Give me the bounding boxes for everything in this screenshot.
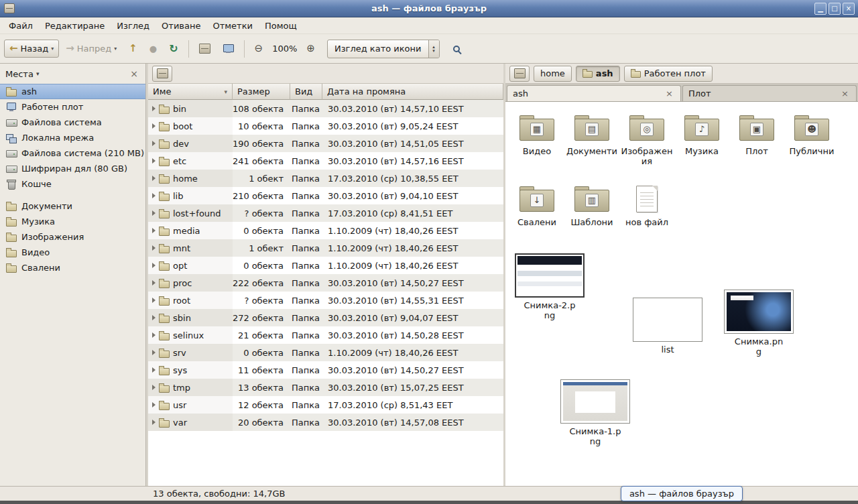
menu-item[interactable]: Файл (3, 19, 39, 33)
expander-icon[interactable] (152, 193, 156, 198)
table-row[interactable]: root ? обекта Папка 30.03.2010 (вт) 14,5… (148, 292, 503, 309)
expander-icon[interactable] (152, 367, 156, 373)
expander-icon[interactable] (152, 141, 156, 146)
table-row[interactable]: sbin 272 обекта Папка 30.03.2010 (вт) 9,… (148, 309, 503, 326)
table-row[interactable]: dev 190 обекта Папка 30.03.2010 (вт) 14,… (148, 135, 503, 152)
sidebar-item[interactable]: Файлова система (210 MB) (0, 145, 145, 161)
icon-grid-item[interactable]: ◎ Изображения (619, 113, 674, 166)
column-header-type[interactable]: Вид (290, 84, 322, 100)
menu-item[interactable]: Редактиране (39, 19, 111, 33)
expander-icon[interactable] (152, 158, 156, 164)
pane-location-button[interactable] (152, 66, 172, 82)
expander-icon[interactable] (152, 176, 156, 181)
expander-icon[interactable] (152, 350, 156, 355)
expander-icon[interactable] (152, 123, 156, 129)
menu-item[interactable]: Отиване (156, 19, 206, 33)
sidebar-item[interactable]: Работен плот (0, 99, 145, 115)
sidebar-caret-icon[interactable]: ▾ (36, 70, 40, 77)
table-row[interactable]: lib 210 обекта Папка 30.03.2010 (вт) 9,0… (148, 187, 503, 204)
menu-item[interactable]: Отметки (206, 19, 258, 33)
icon-grid-item[interactable]: ▤ Документи (564, 113, 619, 156)
maximize-button[interactable]: □ (829, 3, 841, 15)
expander-icon[interactable] (152, 315, 156, 320)
path-button[interactable]: ash (576, 66, 620, 82)
expander-icon[interactable] (152, 402, 156, 407)
loose-file-item[interactable]: list (644, 298, 692, 355)
expander-icon[interactable] (152, 332, 156, 338)
sidebar-item[interactable]: Музика (0, 214, 145, 229)
icon-grid-item[interactable]: ▥ Шаблони (564, 184, 619, 227)
up-button[interactable]: ↑ (123, 40, 143, 58)
table-row[interactable]: media 0 обекта Папка 1.10.2009 (чт) 18,4… (148, 222, 503, 239)
path-root-button[interactable] (509, 66, 530, 82)
table-row[interactable]: tmp 13 обекта Папка 30.03.2010 (вт) 15,0… (148, 379, 503, 396)
minimize-button[interactable]: ▁ (814, 3, 826, 15)
sidebar-item[interactable]: Документи (0, 198, 145, 214)
table-row[interactable]: sys 11 обекта Папка 30.03.2010 (вт) 14,5… (148, 361, 503, 379)
column-header-name[interactable]: Име ▾ (148, 84, 233, 100)
menu-item[interactable]: Изглед (111, 19, 156, 33)
sidebar-item[interactable]: Локална мрежа (0, 130, 145, 145)
sidebar-item[interactable]: Файлова система (0, 115, 145, 130)
icon-grid-item[interactable]: ☻ Публични (784, 113, 839, 156)
search-button[interactable] (448, 42, 465, 56)
expander-icon[interactable] (152, 245, 156, 251)
expander-icon[interactable] (152, 298, 156, 303)
home-button[interactable] (194, 40, 216, 58)
loose-file-item[interactable]: Снимка.png (721, 290, 796, 357)
sidebar-close-button[interactable]: × (128, 68, 140, 79)
expander-icon[interactable] (152, 280, 156, 286)
sidebar-item[interactable]: Видео (0, 245, 145, 260)
back-dropdown-caret-icon[interactable]: ▾ (51, 46, 54, 52)
table-row[interactable]: srv 0 обекта Папка 1.10.2009 (чт) 18,40,… (148, 344, 503, 361)
tab[interactable]: Плот × (682, 85, 857, 101)
expander-icon[interactable] (152, 210, 156, 216)
table-row[interactable]: mnt 1 обект Папка 1.10.2009 (чт) 18,40,2… (148, 239, 503, 257)
loose-file-item[interactable]: Снимка-2.png (512, 253, 587, 320)
sidebar-item[interactable]: ash (0, 84, 145, 99)
icon-grid-item[interactable]: ♪ Музика (674, 113, 729, 156)
sidebar-item[interactable]: Шифриран дял (80 GB) (0, 161, 145, 176)
path-button[interactable]: Работен плот (624, 66, 713, 82)
sidebar-item[interactable]: Свалени (0, 260, 145, 275)
icon-grid-item[interactable]: ↓ Свалени (509, 184, 564, 227)
table-row[interactable]: var 20 обекта Папка 30.03.2010 (вт) 14,5… (148, 414, 503, 431)
menu-item[interactable]: Помощ (259, 19, 303, 33)
expander-icon[interactable] (152, 263, 156, 268)
expander-icon[interactable] (152, 385, 156, 390)
sidebar-item[interactable]: Кошче (0, 176, 145, 192)
back-button[interactable]: ← Назад ▾ (4, 40, 59, 58)
icon-grid-item[interactable]: ▣ Плот (729, 113, 784, 156)
sidebar-title[interactable]: Места (5, 69, 34, 79)
table-row[interactable]: bin 108 обекта Папка 30.03.2010 (вт) 14,… (148, 100, 503, 117)
table-row[interactable]: lost+found ? обекта Папка 17.03.2010 (ср… (148, 204, 503, 222)
icon-grid-item[interactable]: нов файл (619, 184, 674, 227)
loose-file-item[interactable]: Снимка-1.png (558, 379, 633, 446)
tab-close-button[interactable]: × (664, 89, 675, 98)
column-header-size[interactable]: Размер (233, 84, 290, 100)
icon-grid-item[interactable]: ▦ Видео (509, 113, 564, 156)
titlebar[interactable]: ash — файлов браузър ▁ □ × (0, 0, 858, 17)
close-button[interactable]: × (843, 3, 855, 15)
sidebar-item[interactable]: Изображения (0, 229, 145, 245)
zoom-out-button[interactable]: ⊖ (249, 40, 269, 58)
tab[interactable]: ash × (507, 85, 681, 101)
table-row[interactable]: usr 12 обекта Папка 17.03.2010 (ср) 8,51… (148, 396, 503, 414)
expander-icon[interactable] (152, 420, 156, 425)
view-mode-select[interactable]: Изглед като икони ▴ ▾ (327, 40, 440, 58)
table-row[interactable]: boot 10 обекта Папка 30.03.2010 (вт) 9,0… (148, 117, 503, 135)
expander-icon[interactable] (152, 228, 156, 233)
table-row[interactable]: etc 241 обекта Папка 30.03.2010 (вт) 14,… (148, 152, 503, 170)
table-row[interactable]: opt 0 обекта Папка 1.10.2009 (чт) 18,40,… (148, 257, 503, 274)
reload-button[interactable]: ↻ (164, 40, 183, 58)
zoom-in-button[interactable]: ⊕ (301, 40, 320, 58)
path-button[interactable]: home (534, 66, 572, 82)
column-header-date[interactable]: Дата на промяна (322, 84, 503, 100)
spinner-icon[interactable]: ▴ ▾ (428, 40, 439, 58)
tab-close-button[interactable]: × (839, 89, 851, 98)
icon-canvas[interactable]: ▦ Видео ▤ (505, 102, 858, 486)
expander-icon[interactable] (152, 106, 156, 111)
table-row[interactable]: selinux 21 обекта Папка 30.03.2010 (вт) … (148, 326, 503, 344)
table-row[interactable]: home 1 обект Папка 17.03.2010 (ср) 10,38… (148, 170, 503, 187)
table-row[interactable]: proc 222 обекта Папка 30.03.2010 (вт) 14… (148, 274, 503, 292)
